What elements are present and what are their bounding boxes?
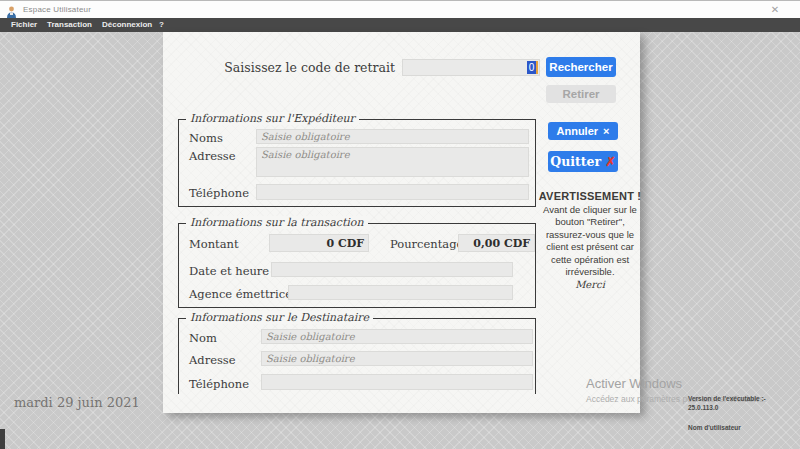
text-caret — [536, 61, 538, 74]
annuler-label: Annuler — [557, 125, 599, 137]
group-transaction-title: Informations sur la transaction — [186, 216, 368, 229]
menu-deconnexion[interactable]: Déconnexion — [102, 18, 152, 32]
dest-adresse-label: Adresse — [189, 353, 236, 367]
rechercher-button[interactable]: Rechercher — [546, 57, 616, 77]
version-value: 25.0.113.0 — [688, 404, 718, 411]
menu-transaction[interactable]: Transaction — [47, 18, 92, 32]
date-heure-label: Date et heure — [189, 264, 269, 278]
sender-telephone-input[interactable] — [256, 184, 529, 200]
montant-value[interactable]: 0 CDF — [269, 234, 369, 252]
current-date-label: mardi 29 juin 2021 — [14, 395, 140, 410]
date-heure-input[interactable] — [271, 262, 513, 277]
watermark-line1: Activer Windows — [586, 376, 766, 391]
pourcentage-label: Pourcentage — [390, 237, 463, 251]
dest-telephone-label: Téléphone — [189, 377, 249, 391]
sender-adresse-label: Adresse — [189, 149, 236, 163]
quitter-label: Quitter — [550, 154, 601, 169]
group-expediteur: Informations sur l'Expéditeur Noms Adres… — [178, 119, 536, 207]
dest-nom-input[interactable] — [261, 329, 533, 344]
group-expediteur-title: Informations sur l'Expéditeur — [186, 112, 359, 125]
menu-bar: Fichier Transaction Déconnexion ? — [0, 18, 800, 32]
close-icon[interactable]: ✕ — [768, 3, 782, 17]
group-destinataire: Informations sur le Destinataire Nom Adr… — [178, 318, 536, 394]
menu-help[interactable]: ? — [159, 18, 164, 32]
group-destinataire-title: Informations sur le Destinataire — [186, 311, 373, 324]
annuler-button[interactable]: Annuler× — [548, 122, 618, 140]
pourcentage-value[interactable]: 0,00 CDF — [458, 234, 535, 252]
user-avatar-icon — [6, 4, 17, 16]
window-title: Espace Utilisateur — [23, 5, 91, 14]
agence-input[interactable] — [288, 285, 513, 300]
version-label: Version de l'exécutable :- — [688, 395, 766, 402]
warning-title: AVERTISSEMENT ! — [538, 190, 642, 202]
taskbar-sliver — [0, 429, 5, 449]
dest-adresse-input[interactable] — [261, 351, 533, 366]
montant-label: Montant — [189, 237, 239, 251]
group-transaction: Informations sur la transaction Montant … — [178, 223, 536, 308]
sender-telephone-label: Téléphone — [189, 186, 249, 200]
sender-noms-label: Noms — [189, 131, 223, 145]
code-retrait-label: Saisissez le code de retrait — [200, 60, 395, 75]
sender-noms-input[interactable] — [256, 129, 529, 144]
quitter-button[interactable]: Quitter✗ — [548, 151, 618, 172]
menu-fichier[interactable]: Fichier — [11, 18, 37, 32]
warning-block: AVERTISSEMENT ! Avant de cliquer sur le … — [538, 190, 642, 290]
dest-telephone-input[interactable] — [261, 374, 533, 390]
code-retrait-value: 0 — [527, 61, 536, 74]
sender-adresse-input[interactable] — [256, 147, 529, 177]
desktop-background: Espace Utilisateur ✕ Fichier Transaction… — [0, 0, 800, 449]
quitter-x-icon: ✗ — [605, 155, 615, 169]
retirer-button[interactable]: Retirer — [546, 85, 616, 103]
dest-nom-label: Nom — [189, 331, 217, 345]
annuler-x-icon: × — [603, 125, 609, 137]
warning-sign: Merci — [538, 279, 642, 290]
title-bar: Espace Utilisateur ✕ — [0, 0, 800, 18]
warning-body: Avant de cliquer sur le bouton "Retirer"… — [538, 204, 642, 278]
code-retrait-input[interactable]: 0 — [402, 59, 540, 76]
agence-label: Agence émettrice — [189, 287, 292, 301]
retrait-dialog: Saisissez le code de retrait 0 Recherche… — [163, 32, 640, 413]
username-label: Nom d'utilisateur — [688, 424, 741, 431]
